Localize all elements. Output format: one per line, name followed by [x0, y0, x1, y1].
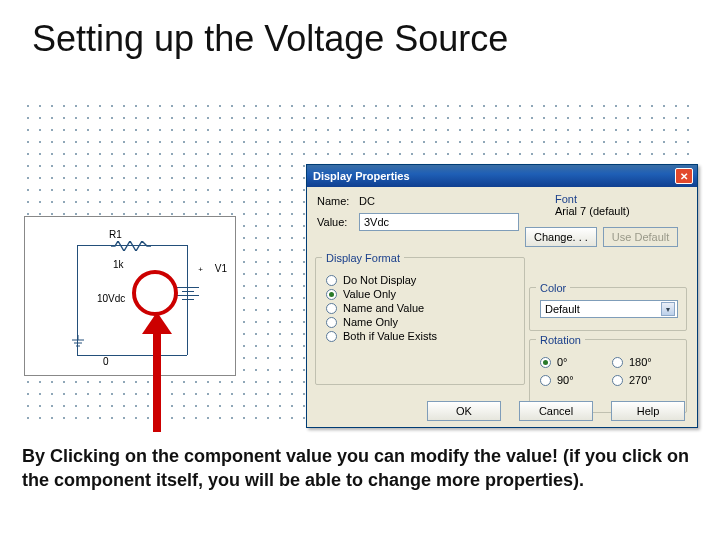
rotation-option[interactable]: 270°	[612, 374, 676, 386]
color-legend: Color	[536, 282, 570, 294]
font-current: Arial 7 (default)	[555, 205, 685, 217]
resistor-icon	[111, 241, 151, 251]
schematic-panel: R1 1k + V1 10Vdc 0	[24, 216, 236, 376]
resistor-value-label: 1k	[113, 259, 124, 270]
ground-label: 0	[103, 356, 109, 367]
display-format-fieldset: Display Format Do Not Display Value Only…	[315, 257, 525, 385]
rotation-legend: Rotation	[536, 334, 585, 346]
voltage-source-value-label[interactable]: 10Vdc	[97, 293, 125, 304]
chevron-down-icon: ▾	[661, 302, 675, 316]
color-fieldset: Color Default ▾	[529, 287, 687, 331]
voltage-source-icon[interactable]	[177, 287, 199, 309]
value-input[interactable]	[359, 213, 519, 231]
annotation-arrow	[150, 312, 164, 432]
close-icon[interactable]: ✕	[675, 168, 693, 184]
voltage-source-name-label: V1	[215, 263, 227, 274]
dialog-titlebar[interactable]: Display Properties ✕	[307, 165, 697, 187]
name-value: DC	[359, 195, 375, 207]
color-select-value: Default	[545, 303, 580, 315]
caption-text: By Clicking on the component value you c…	[22, 444, 698, 493]
ground-icon	[71, 335, 85, 351]
change-font-button[interactable]: Change. . .	[525, 227, 597, 247]
display-format-option[interactable]: Both if Value Exists	[326, 330, 514, 342]
resistor-name-label: R1	[109, 229, 122, 240]
font-heading: Font	[555, 193, 685, 205]
display-format-option[interactable]: Name and Value	[326, 302, 514, 314]
use-default-font-button: Use Default	[603, 227, 678, 247]
display-format-option[interactable]: Value Only	[326, 288, 514, 300]
color-select[interactable]: Default ▾	[540, 300, 678, 318]
plus-symbol: +	[198, 265, 203, 274]
display-properties-dialog: Display Properties ✕ Name: DC Value: Fon…	[306, 164, 698, 428]
annotation-circle	[132, 270, 178, 316]
rotation-option[interactable]: 0°	[540, 356, 604, 368]
page-title: Setting up the Voltage Source	[32, 18, 508, 60]
name-label: Name:	[317, 195, 359, 207]
dialog-title-text: Display Properties	[313, 170, 410, 182]
help-button[interactable]: Help	[611, 401, 685, 421]
cancel-button[interactable]: Cancel	[519, 401, 593, 421]
display-format-legend: Display Format	[322, 252, 404, 264]
display-format-option[interactable]: Name Only	[326, 316, 514, 328]
rotation-option[interactable]: 90°	[540, 374, 604, 386]
ok-button[interactable]: OK	[427, 401, 501, 421]
display-format-option[interactable]: Do Not Display	[326, 274, 514, 286]
value-label: Value:	[317, 216, 359, 228]
rotation-option[interactable]: 180°	[612, 356, 676, 368]
